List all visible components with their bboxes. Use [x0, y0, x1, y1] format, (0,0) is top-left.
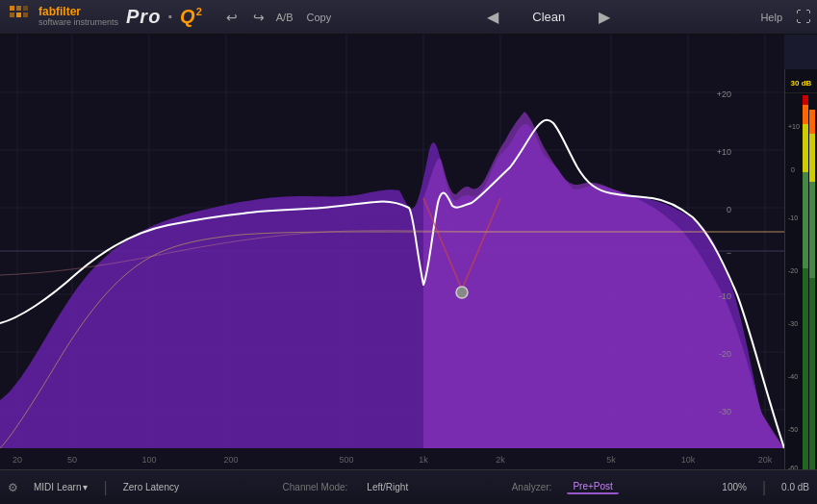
svg-text:20k: 20k [758, 455, 773, 465]
svg-text:-50: -50 [788, 426, 798, 433]
svg-text:500: 500 [339, 455, 353, 465]
analyzer-label: Analyzer: [512, 482, 552, 492]
meter-bars: +10 0 -10 -20 -30 -40 -50 -60 -70 [787, 95, 816, 499]
logo-subtitle: software instruments [38, 18, 118, 28]
svg-text:0: 0 [791, 166, 795, 173]
channel-mode-label: Channel Mode: [283, 482, 348, 492]
redo-button[interactable]: ↪ [249, 8, 268, 27]
svg-text:-20: -20 [788, 267, 798, 274]
preset-section: ◀ Clean ▶ [345, 8, 753, 26]
svg-text:-40: -40 [788, 373, 798, 380]
svg-text:50: 50 [67, 455, 77, 465]
svg-text:+10: +10 [717, 147, 731, 157]
footer-sep-2: | [762, 479, 766, 496]
svg-text:-10: -10 [788, 214, 798, 221]
zero-latency-button[interactable]: Zero Latency [123, 482, 179, 492]
svg-rect-60 [809, 182, 815, 278]
svg-rect-55 [803, 124, 808, 172]
svg-rect-61 [809, 134, 815, 182]
preset-name: Clean [510, 10, 587, 24]
svg-text:2k: 2k [496, 455, 505, 465]
svg-rect-4 [23, 6, 28, 11]
copy-button[interactable]: Copy [300, 10, 337, 25]
svg-text:-10: -10 [719, 291, 731, 301]
svg-text:-30: -30 [719, 407, 731, 416]
analyzer-tabs: Pre+Post [567, 480, 618, 494]
svg-rect-62 [809, 110, 815, 134]
logo-area: fabfilter software instruments Pro · Q2 [0, 4, 215, 31]
channel-mode-value[interactable]: Left/Right [367, 482, 408, 492]
zoom-label[interactable]: 100% [722, 482, 747, 492]
fullscreen-button[interactable]: ⛶ [790, 9, 817, 26]
svg-text:5k: 5k [606, 455, 616, 465]
svg-rect-2 [10, 13, 14, 17]
svg-text:-20: -20 [719, 349, 731, 359]
logo-text: fabfilter software instruments [38, 6, 118, 28]
svg-text:20: 20 [13, 455, 22, 465]
footer-icon: ⚙ [8, 481, 18, 494]
svg-rect-59 [809, 278, 815, 499]
midi-learn-arrow: ▾ [83, 482, 88, 492]
svg-text:−: − [727, 248, 731, 258]
svg-point-25 [456, 287, 468, 298]
db-footer-value: 0.0 dB [781, 482, 809, 492]
preset-next-button[interactable]: ▶ [599, 8, 610, 26]
svg-text:+20: +20 [717, 89, 731, 99]
midi-learn-label: MIDI Learn [34, 482, 81, 492]
svg-text:-30: -30 [788, 320, 798, 327]
analyzer-tab-prepost[interactable]: Pre+Post [567, 480, 618, 494]
ab-label: A/B [276, 12, 294, 23]
svg-rect-57 [803, 95, 808, 105]
help-button[interactable]: Help [753, 12, 790, 23]
eq-area[interactable]: +20 +10 0 − -10 -20 -30 20 50 100 200 50… [0, 35, 784, 469]
svg-text:1k: 1k [419, 455, 428, 465]
svg-rect-53 [803, 268, 808, 499]
svg-rect-56 [803, 105, 808, 124]
footer-bar: ⚙ MIDI Learn ▾ | Zero Latency Channel Mo… [0, 469, 817, 504]
svg-rect-1 [16, 6, 21, 11]
svg-text:100: 100 [141, 455, 156, 465]
svg-text:200: 200 [223, 455, 238, 465]
meter-db-label: 30 dB [791, 79, 812, 88]
product-title: Pro · Q2 [122, 6, 207, 28]
svg-text:+10: +10 [788, 123, 800, 130]
svg-rect-3 [16, 13, 21, 17]
svg-rect-5 [23, 13, 28, 17]
svg-text:0: 0 [727, 205, 731, 214]
eq-wrapper: +20 +10 0 − -10 -20 -30 20 50 100 200 50… [0, 35, 817, 469]
midi-learn-button[interactable]: MIDI Learn ▾ [34, 482, 88, 492]
undo-button[interactable]: ↩ [222, 8, 242, 27]
footer-sep-1: | [103, 479, 107, 496]
logo-icon [8, 4, 35, 31]
eq-canvas: +20 +10 0 − -10 -20 -30 20 50 100 200 50… [0, 35, 784, 469]
preset-prev-button[interactable]: ◀ [487, 8, 498, 26]
header-bar: fabfilter software instruments Pro · Q2 … [0, 0, 817, 35]
svg-rect-54 [803, 172, 808, 268]
svg-rect-0 [10, 6, 14, 11]
svg-text:10k: 10k [681, 455, 696, 465]
meter-section: 30 dB +10 0 -10 -20 -30 -40 -50 -60 -70 [784, 69, 817, 504]
header-controls: ↩ ↪ A/B Copy [215, 8, 345, 27]
